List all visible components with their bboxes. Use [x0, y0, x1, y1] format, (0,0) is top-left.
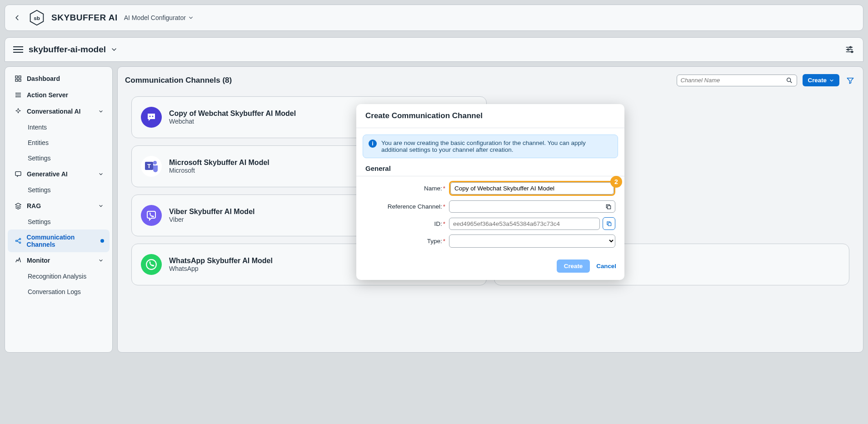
copy-icon: [606, 220, 612, 227]
sidebar-item-generative-ai[interactable]: Generative AI: [8, 166, 110, 182]
info-banner: i You are now creating the basic configu…: [363, 135, 618, 158]
app-subtitle-dropdown[interactable]: AI Model Configurator: [124, 14, 193, 21]
sidebar-item-conversational-ai[interactable]: Conversational AI: [8, 103, 110, 120]
filter-button[interactable]: [845, 75, 856, 86]
sidebar-label: Settings: [28, 155, 51, 162]
chat-icon: [14, 170, 22, 178]
id-input[interactable]: [449, 218, 600, 230]
svg-point-16: [150, 116, 151, 117]
page-title: Communication Channels (8): [125, 76, 232, 85]
svg-rect-8: [19, 79, 21, 81]
sidebar-label: Entities: [28, 139, 49, 146]
sidebar-item-settings-rag[interactable]: Settings: [8, 214, 110, 229]
form-row-reference: Reference Channel:*: [363, 200, 618, 213]
search-input[interactable]: [681, 77, 786, 84]
create-button-label: Create: [808, 77, 827, 84]
info-text: You are now creating the basic configura…: [381, 140, 612, 153]
search-box[interactable]: [677, 75, 797, 86]
sidebar-item-entities[interactable]: Entities: [8, 135, 110, 150]
sidebar-item-dashboard[interactable]: Dashboard: [8, 70, 110, 87]
sidebar: Dashboard Action Server Conversational A…: [5, 66, 113, 353]
sidebar-item-monitor[interactable]: Monitor: [8, 252, 110, 269]
sidebar-label: Recognition Analysis: [28, 273, 86, 280]
chevron-down-icon: [111, 47, 117, 52]
svg-point-9: [16, 93, 16, 93]
field-reference: [449, 200, 615, 213]
chevron-down-icon: [99, 204, 103, 208]
card-title: Copy of Webchat Skybuffer AI Model: [169, 110, 296, 118]
chevron-down-icon: [99, 109, 103, 114]
sidebar-label: Action Server: [27, 91, 68, 99]
label-id: ID:*: [365, 220, 445, 227]
sidebar-label: Intents: [28, 124, 47, 131]
modal-cancel-button[interactable]: Cancel: [596, 259, 616, 273]
sidebar-label: RAG: [27, 202, 41, 210]
sidebar-label: Settings: [28, 218, 51, 225]
name-input[interactable]: [450, 182, 614, 195]
sidebar-item-settings-conv[interactable]: Settings: [8, 150, 110, 166]
sidebar-item-intents[interactable]: Intents: [8, 120, 110, 135]
model-name: skybuffer-ai-model: [29, 45, 106, 55]
reference-input[interactable]: [449, 200, 615, 213]
field-name-highlight: 2: [449, 181, 615, 196]
sidebar-label: Communication Channels: [27, 234, 103, 248]
teams-icon: T: [141, 156, 162, 177]
chevron-left-icon: [14, 15, 20, 21]
model-dropdown[interactable]: [111, 47, 117, 52]
card-subtitle: Viber: [169, 216, 254, 223]
brand-name: SKYBUFFER AI: [51, 13, 118, 23]
sparkle-icon: [14, 107, 22, 115]
card-subtitle: WhatsApp: [169, 265, 273, 272]
form-row-type: Type:*: [363, 234, 618, 248]
svg-point-17: [152, 116, 154, 117]
server-icon: [14, 91, 22, 99]
svg-point-10: [16, 96, 16, 97]
modal-footer: Create Cancel: [356, 255, 624, 280]
type-select[interactable]: [449, 234, 615, 248]
share-icon: [14, 237, 22, 245]
filter-icon: [846, 76, 854, 85]
monitor-icon: [14, 256, 22, 264]
svg-point-20: [153, 161, 157, 165]
modal-title: Create Communication Channel: [356, 104, 624, 128]
svg-rect-26: [608, 223, 611, 225]
back-button[interactable]: [12, 13, 22, 23]
sidebar-item-action-server[interactable]: Action Server: [8, 87, 110, 103]
sidebar-label: Dashboard: [27, 75, 60, 82]
copy-id-button[interactable]: [603, 217, 615, 230]
sidebar-label: Generative AI: [27, 170, 68, 178]
sidebar-label: Conversational AI: [27, 108, 81, 115]
section-title: General: [365, 165, 615, 172]
menu-toggle[interactable]: [13, 45, 23, 55]
viber-icon: [141, 205, 162, 226]
modal-create-button[interactable]: Create: [557, 259, 590, 273]
search-icon: [786, 77, 793, 84]
label-reference: Reference Channel:*: [365, 203, 445, 210]
sidebar-item-settings-gen[interactable]: Settings: [8, 182, 110, 198]
annotation-badge: 2: [610, 176, 622, 188]
label-name: Name:*: [365, 185, 445, 192]
sidebar-item-rag[interactable]: RAG: [8, 198, 110, 214]
sidebar-item-recognition[interactable]: Recognition Analysis: [8, 269, 110, 284]
dashboard-icon: [14, 75, 22, 83]
card-title: WhatsApp Skybuffer AI Model: [169, 257, 273, 265]
info-icon: i: [369, 140, 377, 148]
sliders-icon: [845, 45, 854, 54]
content-pane: Communication Channels (8) Create: [117, 66, 863, 353]
settings-button[interactable]: [844, 44, 855, 55]
sidebar-item-conversation-logs[interactable]: Conversation Logs: [8, 284, 110, 299]
create-button[interactable]: Create: [803, 74, 840, 86]
model-bar: skybuffer-ai-model: [5, 37, 863, 62]
svg-text:sb: sb: [34, 15, 40, 21]
chevron-down-icon: [99, 258, 103, 263]
svg-rect-5: [15, 76, 18, 78]
chevron-down-icon: [99, 172, 103, 176]
sidebar-label: Settings: [28, 186, 51, 194]
form-row-name: Name:* 2: [363, 181, 618, 196]
brand-logo: sb: [29, 10, 45, 26]
sidebar-item-communication-channels[interactable]: Communication Channels: [8, 229, 110, 252]
form-row-id: ID:*: [363, 217, 618, 230]
app-subtitle: AI Model Configurator: [124, 14, 186, 21]
svg-rect-6: [19, 76, 21, 78]
svg-rect-11: [15, 172, 21, 176]
